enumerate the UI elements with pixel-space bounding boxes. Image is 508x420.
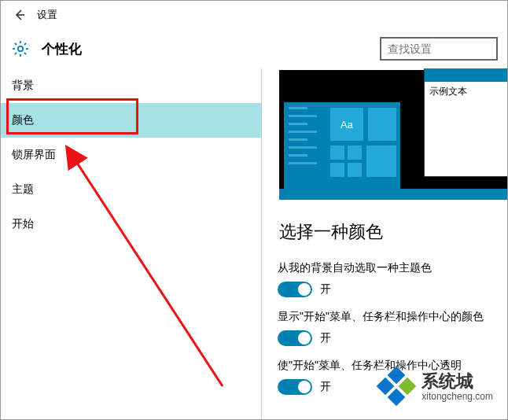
sidebar: 背景 颜色 锁屏界面 主题 开始 xyxy=(1,68,262,419)
svg-line-8 xyxy=(15,53,17,54)
page-title: 个性化 xyxy=(42,40,82,58)
search-input[interactable] xyxy=(380,37,498,61)
section-title: 选择一种颜色 xyxy=(279,220,491,244)
svg-line-9 xyxy=(24,43,26,45)
sidebar-item-label: 开始 xyxy=(12,217,34,231)
main-content: 示例文本 Aa 选择一种颜色 从我的背景自动选取一种 xyxy=(262,68,507,419)
gear-icon xyxy=(10,39,31,59)
preview-start-menu: Aa xyxy=(284,102,400,189)
sidebar-item-background[interactable]: 背景 xyxy=(1,68,261,103)
preview-window: 示例文本 xyxy=(424,68,507,177)
sidebar-item-themes[interactable]: 主题 xyxy=(1,172,261,207)
setting-label: 显示"开始"菜单、任务栏和操作中心的颜色 xyxy=(278,310,491,324)
svg-line-7 xyxy=(24,53,26,54)
sidebar-item-lockscreen[interactable]: 锁屏界面 xyxy=(1,138,261,172)
setting-transparency: 使"开始"菜单、任务栏和操作中心透明 开 xyxy=(278,359,491,395)
sidebar-item-colors[interactable]: 颜色 xyxy=(1,103,261,138)
app-title: 设置 xyxy=(37,8,57,22)
toggle-state: 开 xyxy=(320,331,331,345)
toggle-show-color[interactable] xyxy=(278,330,312,346)
setting-auto-accent: 从我的背景自动选取一种主题色 开 xyxy=(278,261,491,297)
back-button[interactable] xyxy=(7,2,32,28)
setting-show-color: 显示"开始"菜单、任务栏和操作中心的颜色 开 xyxy=(278,310,491,346)
toggle-state: 开 xyxy=(320,380,331,394)
toggle-state: 开 xyxy=(320,282,331,297)
preview-sample-text: 示例文本 xyxy=(425,82,507,101)
svg-point-1 xyxy=(18,46,23,51)
sidebar-item-label: 颜色 xyxy=(12,113,34,127)
toggle-auto-accent[interactable] xyxy=(278,282,312,297)
preview-tile-aa: Aa xyxy=(329,107,364,142)
svg-line-6 xyxy=(15,43,17,45)
toggle-transparency[interactable] xyxy=(278,379,312,395)
color-preview: 示例文本 Aa xyxy=(279,70,507,200)
sidebar-item-start[interactable]: 开始 xyxy=(1,207,261,241)
sidebar-item-label: 锁屏界面 xyxy=(12,148,56,162)
setting-label: 从我的背景自动选取一种主题色 xyxy=(278,261,491,275)
sidebar-item-label: 主题 xyxy=(12,182,34,197)
setting-label: 使"开始"菜单、任务栏和操作中心透明 xyxy=(278,359,491,373)
sidebar-item-label: 背景 xyxy=(12,79,34,93)
